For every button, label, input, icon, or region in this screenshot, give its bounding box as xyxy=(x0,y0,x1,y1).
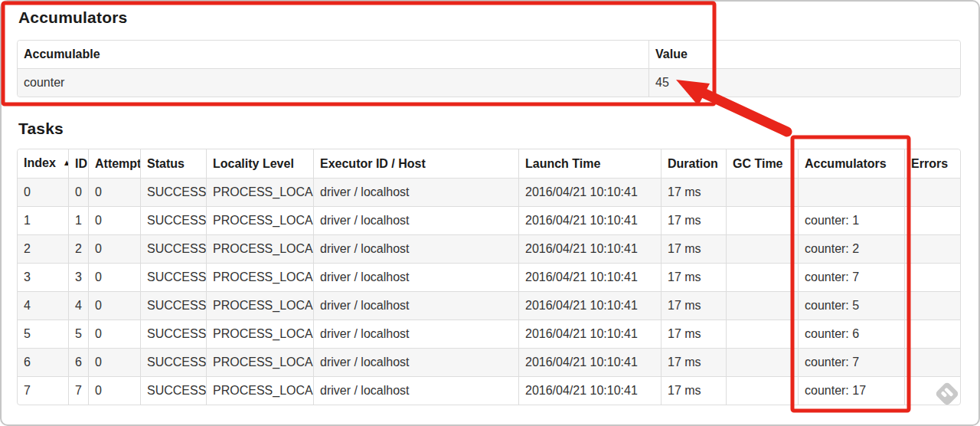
accumulators-cell: counter: 17 xyxy=(798,376,904,405)
task-row: 3 3 0 SUCCESS PROCESS_LOCAL driver / loc… xyxy=(18,263,960,291)
locality-level-cell: PROCESS_LOCAL xyxy=(206,206,313,234)
errors-cell xyxy=(904,320,960,348)
gc-time-column-header[interactable]: GC Time xyxy=(726,149,798,178)
id-column-header[interactable]: ID xyxy=(68,149,88,178)
id-cell: 1 xyxy=(68,206,88,234)
duration-cell: 17 ms xyxy=(661,291,726,320)
task-row: 5 5 0 SUCCESS PROCESS_LOCAL driver / loc… xyxy=(18,320,960,348)
status-cell: SUCCESS xyxy=(140,348,206,376)
task-row: 2 2 0 SUCCESS PROCESS_LOCAL driver / loc… xyxy=(18,234,960,263)
tasks-section-title: Tasks xyxy=(18,120,980,138)
accumulable-name-cell: counter xyxy=(18,68,648,97)
executor-id-host-cell: driver / localhost xyxy=(313,348,518,376)
duration-cell: 17 ms xyxy=(661,348,726,376)
attempt-cell: 0 xyxy=(88,234,140,263)
launch-time-cell: 2016/04/21 10:10:41 xyxy=(518,206,661,234)
accumulable-column-header[interactable]: Accumulable xyxy=(18,41,648,68)
duration-cell: 17 ms xyxy=(661,178,726,206)
gc-time-cell xyxy=(726,234,798,263)
index-column-label: Index xyxy=(24,156,56,169)
duration-cell: 17 ms xyxy=(661,234,726,263)
duration-cell: 17 ms xyxy=(661,206,726,234)
accumulators-cell: counter: 6 xyxy=(798,320,904,348)
gc-time-cell xyxy=(726,263,798,291)
status-cell: SUCCESS xyxy=(140,178,206,206)
attempt-column-header[interactable]: Attempt xyxy=(88,149,140,178)
accumulators-column-header[interactable]: Accumulators xyxy=(798,149,904,178)
id-cell: 2 xyxy=(68,234,88,263)
executor-id-host-column-header[interactable]: Executor ID / Host xyxy=(313,149,518,178)
accumulators-cell: counter: 1 xyxy=(798,206,904,234)
status-column-header[interactable]: Status xyxy=(140,149,206,178)
accumulators-cell: counter: 7 xyxy=(798,263,904,291)
index-cell: 2 xyxy=(18,234,68,263)
errors-cell xyxy=(904,206,960,234)
gc-time-cell xyxy=(726,291,798,320)
task-row: 0 0 0 SUCCESS PROCESS_LOCAL driver / loc… xyxy=(18,178,960,206)
errors-cell xyxy=(904,178,960,206)
index-column-header[interactable]: Index▲ xyxy=(18,149,68,178)
launch-time-cell: 2016/04/21 10:10:41 xyxy=(518,263,661,291)
launch-time-cell: 2016/04/21 10:10:41 xyxy=(518,320,661,348)
index-cell: 7 xyxy=(18,376,68,405)
accumulator-row: counter 45 xyxy=(18,68,960,97)
launch-time-cell: 2016/04/21 10:10:41 xyxy=(518,376,661,405)
locality-level-cell: PROCESS_LOCAL xyxy=(206,178,313,206)
errors-cell xyxy=(904,291,960,320)
gc-time-cell xyxy=(726,178,798,206)
sort-ascending-icon: ▲ xyxy=(63,158,68,167)
executor-id-host-cell: driver / localhost xyxy=(313,263,518,291)
errors-cell xyxy=(904,263,960,291)
accumulators-cell: counter: 7 xyxy=(798,348,904,376)
launch-time-cell: 2016/04/21 10:10:41 xyxy=(518,348,661,376)
accumulators-table: Accumulable Value counter 45 xyxy=(17,40,961,97)
index-cell: 3 xyxy=(18,263,68,291)
launch-time-column-header[interactable]: Launch Time xyxy=(518,149,661,178)
duration-cell: 17 ms xyxy=(661,376,726,405)
executor-id-host-cell: driver / localhost xyxy=(313,206,518,234)
locality-level-cell: PROCESS_LOCAL xyxy=(206,376,313,405)
errors-cell xyxy=(904,348,960,376)
task-row: 6 6 0 SUCCESS PROCESS_LOCAL driver / loc… xyxy=(18,348,960,376)
attempt-cell: 0 xyxy=(88,206,140,234)
index-cell: 4 xyxy=(18,291,68,320)
attempt-cell: 0 xyxy=(88,263,140,291)
accumulators-cell: counter: 5 xyxy=(798,291,904,320)
locality-level-cell: PROCESS_LOCAL xyxy=(206,234,313,263)
accumulators-cell: counter: 2 xyxy=(798,234,904,263)
locality-level-column-header[interactable]: Locality Level xyxy=(206,149,313,178)
index-cell: 0 xyxy=(18,178,68,206)
executor-id-host-cell: driver / localhost xyxy=(313,234,518,263)
attempt-cell: 0 xyxy=(88,178,140,206)
value-column-header[interactable]: Value xyxy=(648,41,960,68)
accumulators-header-row: Accumulable Value xyxy=(18,41,960,68)
errors-column-header[interactable]: Errors xyxy=(904,149,960,178)
index-cell: 5 xyxy=(18,320,68,348)
attempt-cell: 0 xyxy=(88,291,140,320)
tasks-header-row: Index▲ ID Attempt Status Locality Level … xyxy=(18,149,960,178)
gc-time-cell xyxy=(726,206,798,234)
status-cell: SUCCESS xyxy=(140,234,206,263)
locality-level-cell: PROCESS_LOCAL xyxy=(206,291,313,320)
locality-level-cell: PROCESS_LOCAL xyxy=(206,320,313,348)
launch-time-cell: 2016/04/21 10:10:41 xyxy=(518,234,661,263)
launch-time-cell: 2016/04/21 10:10:41 xyxy=(518,178,661,206)
status-cell: SUCCESS xyxy=(140,291,206,320)
gc-time-cell xyxy=(726,376,798,405)
id-cell: 3 xyxy=(68,263,88,291)
executor-id-host-cell: driver / localhost xyxy=(313,376,518,405)
id-cell: 7 xyxy=(68,376,88,405)
accumulable-value-cell: 45 xyxy=(648,68,960,97)
duration-cell: 17 ms xyxy=(661,320,726,348)
tasks-table: Index▲ ID Attempt Status Locality Level … xyxy=(17,149,961,405)
duration-cell: 17 ms xyxy=(661,263,726,291)
status-cell: SUCCESS xyxy=(140,320,206,348)
gc-time-cell xyxy=(726,348,798,376)
id-cell: 5 xyxy=(68,320,88,348)
gc-time-cell xyxy=(726,320,798,348)
duration-column-header[interactable]: Duration xyxy=(661,149,726,178)
attempt-cell: 0 xyxy=(88,376,140,405)
accumulators-cell xyxy=(798,178,904,206)
locality-level-cell: PROCESS_LOCAL xyxy=(206,348,313,376)
index-cell: 6 xyxy=(18,348,68,376)
